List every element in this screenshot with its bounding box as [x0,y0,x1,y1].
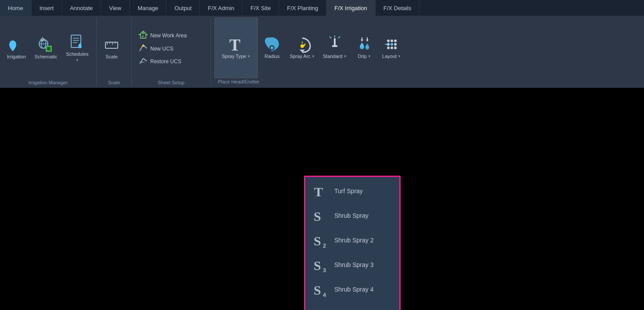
standard-button[interactable]: Standard ▼ [319,18,351,78]
svg-point-52 [387,47,390,49]
schedules-dropdown-arrow: ▼ [76,58,79,62]
shrub-spray-2-icon: S 2 [312,232,328,248]
sheet-setup-items: ★ New Work Area [135,18,207,79]
svg-point-46 [387,40,390,42]
scale-icon [104,37,119,53]
tab-fx-irrigation[interactable]: F/X Irrigation [326,0,375,16]
shrub-spray-icon: S [312,208,328,223]
shrub-spray-label: Shrub Spray [334,212,369,219]
svg-text:4: 4 [323,292,326,298]
schematic-button[interactable]: Schematic [31,18,61,79]
spray-type-button[interactable]: T Spray Type ▼ [214,18,258,78]
svg-text:3: 3 [323,267,326,274]
svg-marker-43 [361,40,363,42]
drip-label: Drip [358,54,367,59]
tab-view[interactable]: View [101,0,130,16]
restore-ucs-icon: ↩ [139,57,148,66]
new-ucs-button[interactable]: New UCS [135,43,190,54]
ribbon: Home Insert Annotate View Manage Output … [0,0,644,88]
irrigation-manager-group: Irrigation [0,18,97,86]
svg-point-30 [271,47,273,49]
svg-point-50 [391,43,393,46]
layout-dropdown-arrow: ▼ [398,54,401,58]
schedules-button[interactable]: Schedules ▼ [62,18,92,79]
spray-type-icon: T [228,36,244,52]
new-work-area-label: New Work Area [150,32,187,39]
shrub-spray-2-item[interactable]: S 2 Shrub Spray 2 [305,228,399,252]
drip-button[interactable]: Drip ▼ [351,18,378,78]
svg-text:T: T [314,184,323,199]
shrub-spray-4-item[interactable]: S 4 Shrub Spray 4 [305,277,399,302]
tab-insert[interactable]: Insert [32,0,62,16]
spray-arc-icon [294,36,310,52]
tab-annotate[interactable]: Annotate [62,0,101,16]
irrigation-manager-items: Irrigation [4,18,93,79]
shrub-spray-3-label: Shrub Spray 3 [334,261,374,268]
svg-text:★: ★ [141,35,144,38]
turf-spray-2-item[interactable]: T 2 Turf Spray 2 [305,302,399,310]
svg-rect-4 [47,47,51,50]
layout-icon [384,36,400,52]
drip-dropdown-arrow: ▼ [368,54,371,58]
new-ucs-label: New UCS [150,46,174,52]
spray-arc-button[interactable]: Spray Arc ▼ [286,18,318,78]
tab-output[interactable]: Output [166,0,200,16]
shrub-spray-4-icon: S 4 [312,281,328,297]
tab-fx-details[interactable]: F/X Details [376,0,420,16]
spray-arc-label: Spray Arc [289,54,311,59]
svg-marker-45 [366,40,369,42]
irrigation-button[interactable]: Irrigation [4,18,29,79]
standard-label: Standard [323,54,343,59]
spray-type-label: Spray Type [222,54,246,59]
tab-fx-planting[interactable]: F/X Planting [279,0,326,16]
svg-text:S: S [314,283,321,297]
svg-text:S: S [314,258,321,273]
sheet-setup-group: ★ New Work Area [132,18,211,86]
turf-spray-item[interactable]: T Turf Spray [305,179,399,203]
svg-line-37 [329,36,331,38]
schematic-label: Schematic [35,54,57,60]
turf-spray-label: Turf Spray [334,187,363,195]
shrub-spray-2-label: Shrub Spray 2 [334,237,374,244]
place-head-group: T Spray Type ▼ [211,18,644,86]
svg-point-54 [394,47,397,49]
place-head-items: T Spray Type ▼ [214,18,640,78]
scale-label: Scale [105,54,118,60]
spray-type-dropdown: T Turf Spray S Shrub Spray S 2 Shrub Spr [304,176,401,310]
svg-text:T: T [229,36,240,54]
drip-icon [357,36,373,52]
irrigation-manager-label: Irrigation Manager [4,79,93,86]
spray-type-dropdown-arrow: ▼ [247,54,250,58]
svg-point-31 [300,44,304,48]
new-ucs-icon [139,44,148,53]
schedules-icon [69,34,85,50]
svg-point-51 [394,43,397,46]
svg-line-39 [338,36,340,38]
tab-home[interactable]: Home [0,0,32,16]
irrigation-label: Irrigation [7,54,26,60]
sheet-setup-list: ★ New Work Area [135,29,190,67]
tab-fx-site[interactable]: F/X Site [242,0,279,16]
shrub-spray-3-icon: S 3 [312,257,328,273]
restore-ucs-button[interactable]: ↩ Restore UCS [135,55,190,67]
radius-button[interactable]: Radius [259,18,285,78]
scale-button[interactable]: Scale [100,18,123,79]
layout-button[interactable]: Layout ▼ [379,18,405,78]
svg-point-20 [142,32,145,34]
tab-manage[interactable]: Manage [130,0,166,16]
svg-text:S: S [314,234,321,248]
standard-icon [327,36,343,52]
svg-text:S: S [314,209,321,223]
new-work-area-button[interactable]: ★ New Work Area [135,29,190,42]
shrub-spray-item[interactable]: S Shrub Spray [305,203,399,228]
turf-spray-icon: T [312,183,328,199]
svg-point-47 [391,40,393,42]
tab-bar: Home Insert Annotate View Manage Output … [0,0,644,16]
svg-text:T: T [314,307,322,310]
radius-label: Radius [264,54,279,59]
radius-icon [264,36,280,52]
svg-point-53 [391,47,393,49]
tab-fx-admin[interactable]: F/X Admin [200,0,242,16]
new-work-area-icon: ★ [139,31,148,40]
shrub-spray-3-item[interactable]: S 3 Shrub Spray 3 [305,252,399,277]
